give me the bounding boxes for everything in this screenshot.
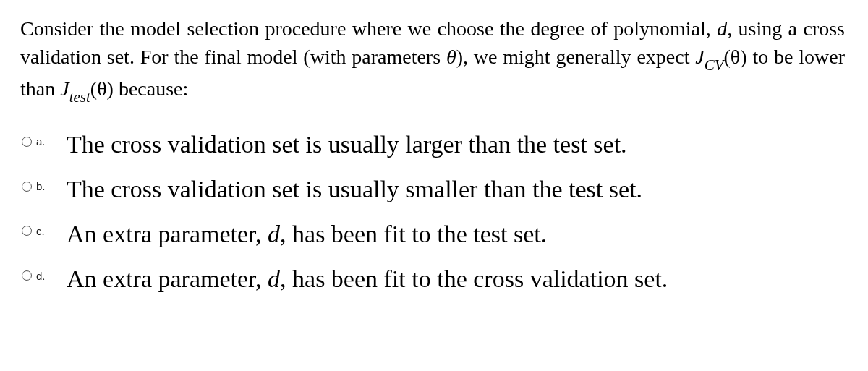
stem-jtest-sub: test	[69, 88, 90, 106]
stem-text: ), we might generally expect	[456, 46, 696, 68]
stem-theta: θ	[446, 46, 456, 68]
radio-circle-icon	[22, 270, 32, 281]
radio-label: a.	[36, 135, 46, 148]
radio-circle-icon	[22, 182, 32, 192]
option-var-d: d	[268, 265, 280, 292]
question-stem: Consider the model selection procedure w…	[20, 14, 848, 106]
stem-var-d: d	[717, 17, 727, 40]
option-text-prefix: An extra parameter,	[67, 265, 268, 292]
radio-option-c[interactable]: c.	[22, 218, 54, 237]
option-text-content: The cross validation set is usually smal…	[67, 176, 642, 202]
stem-jcv-j: J	[695, 46, 704, 68]
option-text: The cross validation set is usually smal…	[67, 173, 642, 206]
option-text: An extra parameter, d, has been fit to t…	[67, 218, 547, 251]
option-row: b. The cross validation set is usually s…	[22, 173, 848, 206]
option-var-d: d	[268, 221, 280, 247]
stem-jcv-arg: (θ)	[724, 46, 747, 68]
radio-circle-icon	[22, 226, 32, 236]
stem-text: because:	[114, 77, 188, 100]
stem-text: Consider the model selection procedure w…	[20, 17, 717, 40]
option-text-prefix: An extra parameter,	[67, 221, 268, 247]
options-list: a. The cross validation set is usually l…	[20, 128, 848, 296]
option-row: d. An extra parameter, d, has been fit t…	[22, 263, 848, 296]
radio-circle-icon	[22, 137, 32, 147]
radio-option-d[interactable]: d.	[22, 263, 54, 282]
option-row: a. The cross validation set is usually l…	[22, 128, 848, 161]
option-row: c. An extra parameter, d, has been fit t…	[22, 218, 848, 251]
radio-label: c.	[36, 225, 45, 237]
radio-option-a[interactable]: a.	[22, 128, 54, 148]
stem-jcv-sub: CV	[705, 56, 724, 74]
stem-jtest-arg: (θ)	[90, 77, 114, 100]
option-text: An extra parameter, d, has been fit to t…	[67, 263, 668, 296]
option-text-suffix: , has been fit to the test set.	[280, 221, 547, 247]
stem-jtest-j: J	[60, 77, 69, 100]
option-text-content: The cross validation set is usually larg…	[67, 131, 627, 158]
option-text-suffix: , has been fit to the cross validation s…	[280, 265, 668, 292]
radio-label: b.	[36, 180, 46, 192]
radio-label: d.	[36, 270, 46, 282]
option-text: The cross validation set is usually larg…	[67, 128, 627, 161]
radio-option-b[interactable]: b.	[22, 173, 54, 192]
